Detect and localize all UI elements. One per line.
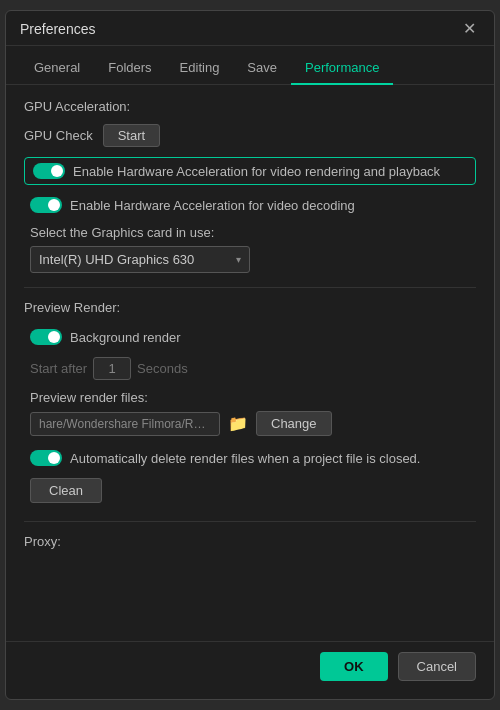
auto-delete-toggle[interactable] — [30, 450, 62, 466]
change-button[interactable]: Change — [256, 411, 332, 436]
section-divider — [24, 287, 476, 288]
clean-button[interactable]: Clean — [30, 478, 102, 503]
proxy-divider — [24, 521, 476, 522]
bg-render-row: Background render — [24, 325, 476, 349]
close-button[interactable]: ✕ — [459, 21, 480, 37]
file-path-display: hare/Wondershare Filmora/Render — [30, 412, 220, 436]
file-path-row: hare/Wondershare Filmora/Render 📁 Change — [30, 411, 476, 436]
preview-files-label: Preview render files: — [30, 390, 476, 405]
gpu-start-button[interactable]: Start — [103, 124, 160, 147]
preview-render-label: Preview Render: — [24, 300, 476, 315]
graphics-card-value: Intel(R) UHD Graphics 630 — [39, 252, 194, 267]
seconds-label: Seconds — [137, 361, 188, 376]
ok-button[interactable]: OK — [320, 652, 388, 681]
hw-accel-render-label: Enable Hardware Acceleration for video r… — [73, 164, 440, 179]
folder-icon-button[interactable]: 📁 — [226, 414, 250, 433]
gpu-check-label: GPU Check — [24, 128, 93, 143]
dialog-footer: OK Cancel — [6, 641, 494, 689]
tab-performance[interactable]: Performance — [291, 54, 393, 85]
tabs-container: General Folders Editing Save Performance — [6, 46, 494, 85]
tab-general[interactable]: General — [20, 54, 94, 85]
gpu-section-label: GPU Acceleration: — [24, 99, 476, 114]
start-after-label: Start after — [30, 361, 87, 376]
auto-delete-label: Automatically delete render files when a… — [70, 451, 420, 466]
graphics-card-dropdown[interactable]: Intel(R) UHD Graphics 630 ▾ — [30, 246, 250, 273]
dialog-title: Preferences — [20, 21, 95, 37]
cancel-button[interactable]: Cancel — [398, 652, 476, 681]
hw-accel-decode-label: Enable Hardware Acceleration for video d… — [70, 198, 355, 213]
start-after-input[interactable] — [93, 357, 131, 380]
bg-render-toggle[interactable] — [30, 329, 62, 345]
hw-accel-render-row: Enable Hardware Acceleration for video r… — [24, 157, 476, 185]
preferences-dialog: Preferences ✕ General Folders Editing Sa… — [5, 10, 495, 700]
tab-editing[interactable]: Editing — [166, 54, 234, 85]
content-area: GPU Acceleration: GPU Check Start Enable… — [6, 85, 494, 641]
chevron-down-icon: ▾ — [236, 254, 241, 265]
auto-delete-row: Automatically delete render files when a… — [24, 446, 476, 470]
gpu-check-row: GPU Check Start — [24, 124, 476, 147]
tab-folders[interactable]: Folders — [94, 54, 165, 85]
proxy-section-label: Proxy: — [24, 534, 476, 549]
graphics-card-label: Select the Graphics card in use: — [30, 225, 476, 240]
bg-render-label: Background render — [70, 330, 181, 345]
hw-accel-decode-toggle[interactable] — [30, 197, 62, 213]
folder-icon: 📁 — [228, 415, 248, 432]
start-after-row: Start after Seconds — [30, 357, 476, 380]
hw-accel-decode-row: Enable Hardware Acceleration for video d… — [24, 193, 476, 217]
tab-save[interactable]: Save — [233, 54, 291, 85]
hw-accel-render-toggle[interactable] — [33, 163, 65, 179]
title-bar: Preferences ✕ — [6, 11, 494, 46]
preview-render-section: Preview Render: Background render Start … — [24, 300, 476, 513]
